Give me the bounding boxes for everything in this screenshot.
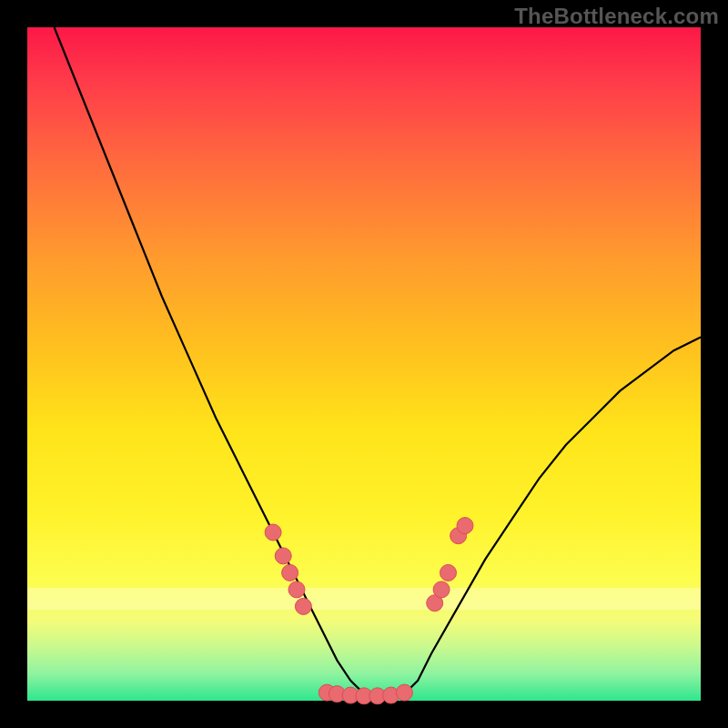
curve-marker (433, 581, 450, 598)
curve-svg (27, 27, 701, 701)
curve-marker (282, 564, 298, 581)
chart-frame: TheBottleneck.com (0, 0, 728, 728)
curve-marker (288, 581, 305, 598)
curve-markers (265, 518, 473, 704)
plot-area (27, 27, 701, 701)
curve-marker (295, 598, 311, 614)
curve-marker (396, 684, 412, 701)
bottleneck-curve (55, 27, 701, 697)
curve-marker (265, 524, 281, 541)
curve-marker (457, 518, 473, 534)
curve-marker (440, 564, 457, 581)
watermark-text: TheBottleneck.com (514, 4, 719, 29)
curve-marker (275, 548, 291, 564)
